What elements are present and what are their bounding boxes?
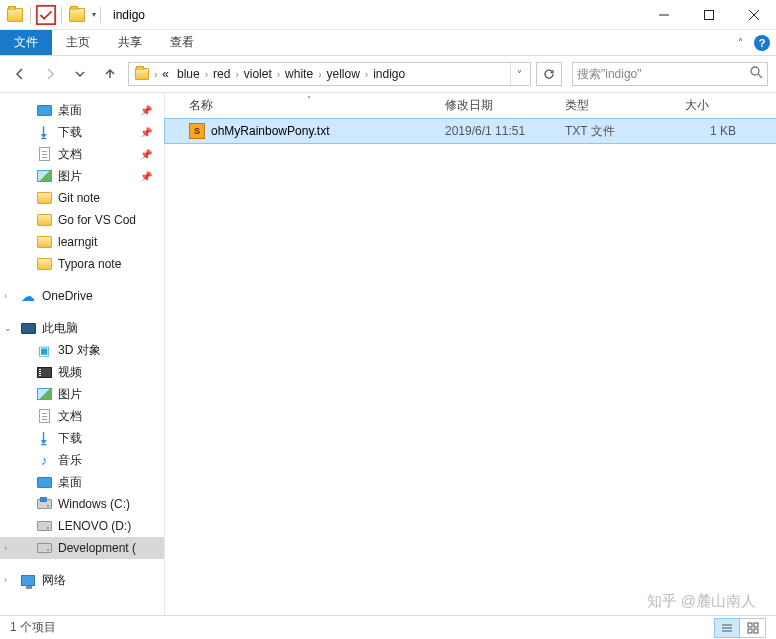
- breadcrumb-item[interactable]: indigo: [369, 67, 409, 81]
- sidebar-item-label: Typora note: [58, 257, 121, 271]
- svg-rect-13: [754, 629, 758, 633]
- refresh-button[interactable]: [536, 62, 562, 86]
- view-mode-toggles: [714, 618, 766, 638]
- tab-share[interactable]: 共享: [104, 30, 156, 55]
- svg-rect-11: [754, 623, 758, 627]
- address-bar[interactable]: › « blue› red› violet› white› yellow› in…: [128, 62, 531, 86]
- sidebar-item-3dobjects[interactable]: ▣3D 对象: [0, 339, 164, 361]
- sidebar-item-documents[interactable]: 文档: [0, 405, 164, 427]
- column-date[interactable]: 修改日期: [437, 97, 557, 114]
- sidebar-item-folder[interactable]: Git note: [0, 187, 164, 209]
- file-name: ohMyRainbowPony.txt: [211, 124, 330, 138]
- sidebar-item-label: 网络: [42, 572, 66, 589]
- sidebar-item-thispc[interactable]: ⌄此电脑: [0, 317, 164, 339]
- chevron-right-icon[interactable]: ›: [4, 291, 7, 301]
- minimize-button[interactable]: [641, 1, 686, 29]
- ribbon-tabs: 文件 主页 共享 查看 ˄ ?: [0, 30, 776, 56]
- download-icon: ⭳: [36, 430, 52, 446]
- column-name[interactable]: 名称˄: [181, 97, 437, 114]
- tab-file[interactable]: 文件: [0, 30, 52, 55]
- sidebar-item-label: Windows (C:): [58, 497, 130, 511]
- window-controls: [641, 1, 776, 29]
- qat-dropdown-icon[interactable]: ▾: [92, 10, 96, 19]
- search-icon: [750, 66, 763, 82]
- tab-home[interactable]: 主页: [52, 30, 104, 55]
- sidebar-item-drive-dev[interactable]: ›Development (: [0, 537, 164, 559]
- sidebar-item-label: 桌面: [58, 474, 82, 491]
- details-view-button[interactable]: [714, 618, 740, 638]
- breadcrumb-item[interactable]: red: [209, 67, 234, 81]
- column-type[interactable]: 类型: [557, 97, 677, 114]
- column-size[interactable]: 大小: [677, 97, 776, 114]
- breadcrumb-item[interactable]: white: [281, 67, 317, 81]
- tab-view[interactable]: 查看: [156, 30, 208, 55]
- item-count: 1 个项目: [10, 619, 56, 636]
- file-row[interactable]: SohMyRainbowPony.txt 2019/6/1 11:51 TXT …: [165, 119, 776, 143]
- 3d-icon: ▣: [36, 342, 52, 358]
- address-folder-icon: [135, 68, 149, 80]
- sidebar-item-videos[interactable]: 视频: [0, 361, 164, 383]
- navigation-pane: 桌面📌 ⭳下载📌 文档📌 图片📌 Git note Go for VS Cod …: [0, 93, 165, 615]
- sidebar-item-desktop[interactable]: 桌面📌: [0, 99, 164, 121]
- separator: [100, 7, 101, 23]
- forward-button[interactable]: [38, 62, 62, 86]
- icons-view-button[interactable]: [740, 618, 766, 638]
- up-button[interactable]: [98, 62, 122, 86]
- sidebar-item-label: 图片: [58, 386, 82, 403]
- chevron-down-icon[interactable]: ⌄: [4, 323, 12, 333]
- sidebar-item-folder[interactable]: Go for VS Cod: [0, 209, 164, 231]
- sidebar-item-label: 文档: [58, 408, 82, 425]
- sidebar-item-downloads[interactable]: ⭳下载: [0, 427, 164, 449]
- help-icon[interactable]: ?: [754, 35, 770, 51]
- sidebar-item-desktop[interactable]: 桌面: [0, 471, 164, 493]
- sidebar-item-network[interactable]: ›网络: [0, 569, 164, 591]
- sidebar-item-label: Go for VS Cod: [58, 213, 136, 227]
- svg-point-5: [751, 67, 759, 75]
- breadcrumb-item[interactable]: violet: [240, 67, 276, 81]
- current-folder-qat-icon[interactable]: [66, 4, 88, 26]
- sidebar-item-label: 音乐: [58, 452, 82, 469]
- sidebar-item-downloads[interactable]: ⭳下载📌: [0, 121, 164, 143]
- pin-icon: 📌: [140, 149, 152, 160]
- close-button[interactable]: [731, 1, 776, 29]
- onedrive-icon: ☁: [20, 288, 36, 304]
- maximize-button[interactable]: [686, 1, 731, 29]
- file-size: 1 KB: [677, 124, 776, 138]
- pin-icon: 📌: [140, 105, 152, 116]
- folder-app-icon: [4, 4, 26, 26]
- sidebar-item-drive-d[interactable]: LENOVO (D:): [0, 515, 164, 537]
- sidebar-item-drive-c[interactable]: Windows (C:): [0, 493, 164, 515]
- column-headers: 名称˄ 修改日期 类型 大小: [165, 93, 776, 119]
- search-input[interactable]: 搜索"indigo": [572, 62, 768, 86]
- chevron-right-icon[interactable]: ›: [4, 543, 7, 553]
- sidebar-item-pictures[interactable]: 图片: [0, 383, 164, 405]
- svg-line-6: [758, 74, 762, 78]
- breadcrumb-item[interactable]: yellow: [322, 67, 363, 81]
- sidebar-item-pictures[interactable]: 图片📌: [0, 165, 164, 187]
- pin-icon: 📌: [140, 127, 152, 138]
- properties-qat-icon[interactable]: [35, 4, 57, 26]
- breadcrumb-overflow[interactable]: «: [158, 67, 173, 81]
- back-button[interactable]: [8, 62, 32, 86]
- sidebar-item-label: 视频: [58, 364, 82, 381]
- svg-rect-2: [704, 10, 713, 19]
- search-placeholder: 搜索"indigo": [577, 66, 750, 83]
- svg-rect-12: [748, 629, 752, 633]
- expand-ribbon-icon[interactable]: ˄: [730, 37, 750, 48]
- sidebar-item-onedrive[interactable]: ›☁OneDrive: [0, 285, 164, 307]
- sidebar-item-label: 下载: [58, 430, 82, 447]
- sidebar-item-folder[interactable]: learngit: [0, 231, 164, 253]
- sidebar-item-music[interactable]: ♪音乐: [0, 449, 164, 471]
- file-date: 2019/6/1 11:51: [437, 124, 557, 138]
- sort-indicator-icon: ˄: [307, 95, 311, 104]
- sidebar-item-documents[interactable]: 文档📌: [0, 143, 164, 165]
- recent-locations-button[interactable]: [68, 62, 92, 86]
- sidebar-item-folder[interactable]: Typora note: [0, 253, 164, 275]
- sidebar-item-label: 下载: [58, 124, 82, 141]
- svg-rect-10: [748, 623, 752, 627]
- address-dropdown-icon[interactable]: ˅: [510, 63, 528, 85]
- sidebar-item-label: 文档: [58, 146, 82, 163]
- chevron-right-icon[interactable]: ›: [4, 575, 7, 585]
- breadcrumb-item[interactable]: blue: [173, 67, 204, 81]
- navigation-row: › « blue› red› violet› white› yellow› in…: [0, 56, 776, 92]
